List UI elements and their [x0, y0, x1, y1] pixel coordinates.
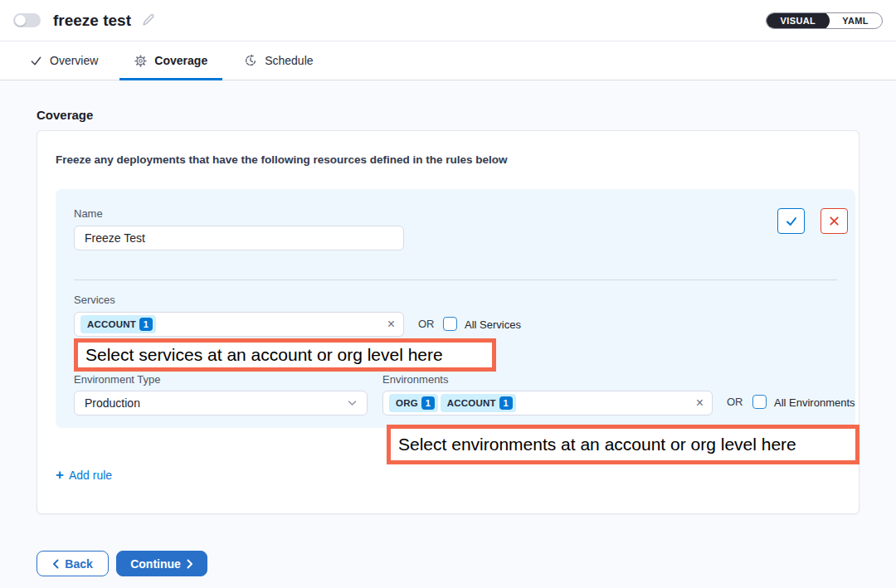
tag-count-badge: 1 [499, 396, 513, 410]
tag-count-badge: 1 [421, 396, 435, 410]
visual-mode-button[interactable]: VISUAL [766, 12, 830, 29]
plus-icon: + [56, 468, 64, 482]
services-label: Services [74, 294, 115, 306]
rule-divider [74, 279, 837, 280]
check-icon [30, 55, 42, 67]
environment-type-value: Production [85, 396, 140, 410]
toggle-knob [15, 15, 26, 26]
tab-schedule-label: Schedule [265, 54, 313, 67]
services-clear-icon[interactable]: × [386, 318, 397, 331]
header: freeze test VISUAL YAML [0, 0, 896, 41]
environments-multiselect[interactable]: ORG 1 ACCOUNT 1 × [382, 391, 713, 415]
tab-coverage[interactable]: Coverage [116, 41, 226, 80]
services-or-label: OR [418, 318, 435, 330]
coverage-heading: Coverage [37, 108, 93, 122]
page-title: freeze test [53, 12, 131, 30]
all-environments-label: All Environments [774, 396, 855, 409]
schedule-clock-icon [244, 54, 257, 67]
yaml-mode-button[interactable]: YAML [829, 12, 882, 29]
all-services-label: All Services [465, 318, 521, 331]
check-icon [785, 215, 798, 228]
back-button[interactable]: Back [37, 551, 109, 576]
chevron-down-icon [348, 400, 357, 406]
edit-pencil-icon[interactable] [141, 13, 155, 27]
name-label: Name [74, 207, 103, 220]
chevron-right-icon [187, 559, 193, 569]
freeze-enabled-toggle[interactable] [13, 13, 41, 27]
confirm-rule-button[interactable] [777, 208, 805, 234]
environments-clear-icon[interactable]: × [694, 396, 705, 410]
tab-overview-label: Overview [50, 54, 98, 67]
tab-schedule[interactable]: Schedule [226, 41, 331, 80]
all-services-checkbox[interactable] [443, 317, 457, 331]
services-multiselect[interactable]: ACCOUNT 1 × [74, 312, 404, 337]
environments-label: Environments [382, 373, 448, 386]
environments-or-label: OR [727, 396, 743, 408]
tab-coverage-label: Coverage [154, 54, 207, 67]
all-environments-checkbox[interactable] [752, 395, 767, 409]
close-icon [829, 216, 840, 226]
environment-type-label: Environment Type [74, 373, 161, 386]
service-tag-account[interactable]: ACCOUNT 1 [80, 315, 156, 333]
environments-annotation: Select environments at an account or org… [387, 425, 859, 464]
freeze-rule-card: Name Services ACCOUNT 1 × OR All Service… [56, 189, 855, 428]
tab-bar: Overview Coverage [0, 41, 896, 80]
add-rule-label: Add rule [69, 469, 112, 482]
continue-button[interactable]: Continue [116, 551, 207, 576]
tab-overview[interactable]: Overview [12, 41, 116, 80]
environment-tag-account[interactable]: ACCOUNT 1 [441, 394, 516, 412]
continue-label: Continue [130, 557, 181, 571]
chevron-left-icon [52, 559, 59, 569]
rule-name-input[interactable] [74, 226, 404, 250]
environment-tag-org[interactable]: ORG 1 [389, 394, 438, 412]
coverage-description: Freeze any deployments that have the fol… [56, 153, 508, 166]
services-annotation: Select services at an account or org lev… [74, 338, 496, 372]
back-label: Back [65, 557, 92, 571]
tag-count-badge: 1 [139, 318, 153, 331]
environment-type-select[interactable]: Production [74, 391, 368, 415]
gear-icon [134, 55, 147, 67]
view-mode-toggle: VISUAL YAML [766, 12, 883, 29]
add-rule-button[interactable]: + Add rule [56, 468, 112, 482]
delete-rule-button[interactable] [821, 208, 848, 234]
coverage-card: Freeze any deployments that have the fol… [37, 130, 859, 514]
